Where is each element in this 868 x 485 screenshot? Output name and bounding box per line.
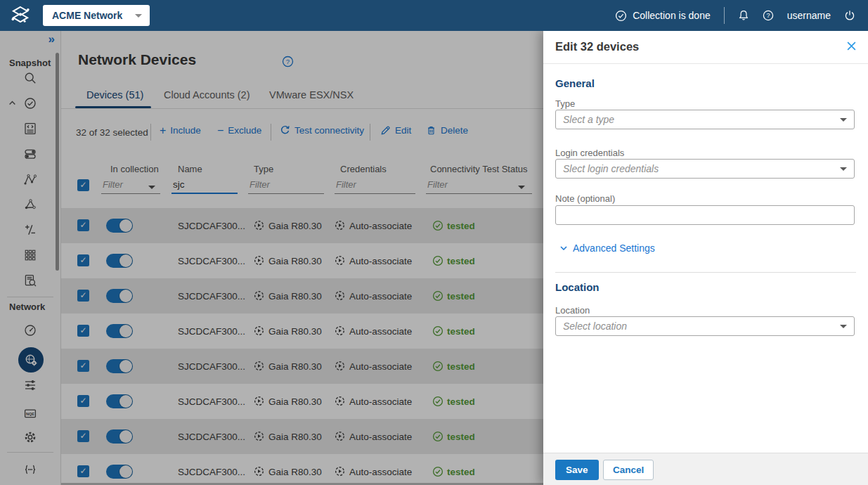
help-icon[interactable]: ? (763, 10, 774, 21)
edit-devices-panel: Edit 32 devices General Type Slect a typ… (543, 31, 868, 485)
chevron-down-icon (560, 246, 567, 250)
section-location: Location (555, 281, 600, 293)
credentials-select[interactable]: Slect login credentials (555, 159, 855, 179)
top-bar: ACME Network Collection is done ? (0, 0, 868, 31)
chevron-down-icon (840, 167, 847, 171)
advanced-settings-toggle[interactable]: Advanced Settings (560, 242, 655, 254)
power-icon[interactable] (844, 10, 855, 21)
chevron-down-icon (840, 118, 847, 122)
close-icon[interactable] (846, 41, 857, 51)
panel-header-divider (543, 63, 868, 64)
section-general: General (555, 77, 595, 89)
network-selector[interactable]: ACME Network (43, 5, 150, 26)
svg-text:?: ? (766, 12, 770, 19)
username-menu[interactable]: username (787, 10, 831, 21)
chevron-down-icon (840, 325, 847, 328)
credentials-label: Login credentials (555, 148, 624, 158)
note-input[interactable] (555, 205, 855, 225)
type-label: Type (555, 98, 575, 109)
network-selector-label: ACME Network (52, 10, 122, 21)
section-divider (555, 272, 856, 273)
panel-title: Edit 32 devices (555, 40, 639, 53)
type-select[interactable]: Slect a type (555, 110, 855, 129)
collection-status[interactable]: Collection is done (615, 10, 711, 22)
note-label: Note (optional) (555, 193, 615, 204)
cancel-button[interactable]: Cancel (603, 460, 654, 480)
panel-footer: Save Cancel (543, 453, 868, 485)
topbar-divider (724, 7, 725, 24)
chevron-down-icon (135, 14, 142, 18)
check-circle-icon (615, 10, 627, 22)
modal-dim-overlay (0, 31, 543, 485)
save-button[interactable]: Save (555, 460, 599, 480)
collection-status-label: Collection is done (633, 10, 711, 21)
location-label: Location (555, 305, 590, 316)
location-select[interactable]: Select location (555, 316, 855, 336)
app-logo-icon[interactable] (10, 5, 31, 26)
notifications-bell-icon[interactable] (738, 10, 749, 21)
